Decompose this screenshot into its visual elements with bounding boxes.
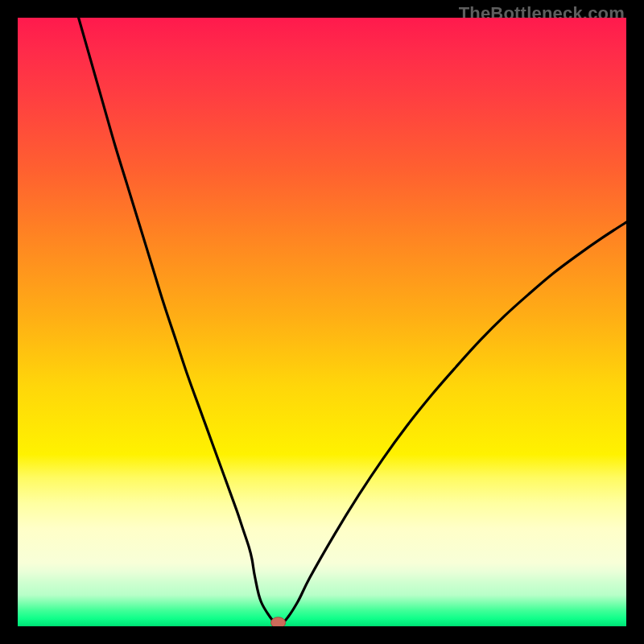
curve-minimum-marker: [271, 617, 286, 626]
chart-frame: TheBottleneck.com: [0, 0, 644, 644]
bottleneck-curve-svg: [18, 18, 626, 626]
plot-area: [18, 18, 626, 626]
bottleneck-curve-path: [79, 18, 626, 623]
